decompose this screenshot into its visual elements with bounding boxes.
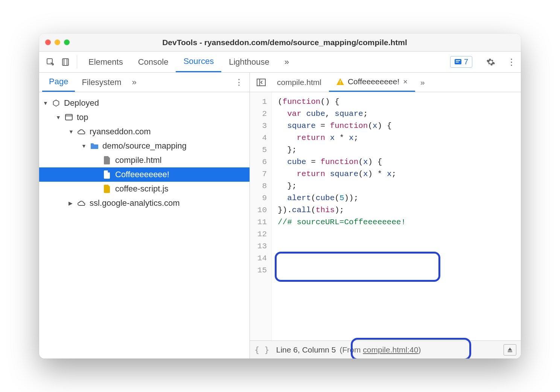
tree-domain[interactable]: ▶ ssl.google-analytics.com	[39, 196, 250, 210]
sidebar-tabs-overflow[interactable]: »	[132, 73, 137, 92]
svg-rect-4	[456, 60, 460, 61]
editor-pane: compile.html Coffeeeeeeee! × » 123456789…	[250, 73, 521, 359]
overflow-menu-icon[interactable]: ⋮	[506, 57, 517, 67]
tree-root[interactable]: ▼ Deployed	[39, 96, 250, 110]
svg-rect-1	[62, 59, 68, 65]
show-drawer-icon[interactable]	[504, 344, 516, 356]
editor-tabs-overflow[interactable]: »	[415, 73, 430, 92]
editor-tab[interactable]: compile.html	[269, 73, 329, 92]
tree-file[interactable]: compile.html	[39, 153, 250, 167]
statusbar: { } Line 6, Column 5 (From compile.html:…	[250, 340, 521, 359]
svg-rect-6	[65, 114, 72, 120]
code-editor[interactable]: 123456789101112131415 (function() { var …	[250, 92, 521, 340]
tab-lighthouse[interactable]: Lighthouse	[221, 52, 277, 72]
minimize-window-button[interactable]	[55, 40, 60, 45]
tree-label: ssl.google-analytics.com	[90, 198, 180, 208]
sidebar: Page Filesystem » ⋮ ▼ Deployed ▼	[39, 73, 250, 359]
close-tab-icon[interactable]: ×	[403, 77, 408, 86]
device-toggle-icon[interactable]	[58, 52, 73, 72]
sidebar-tab-page[interactable]: Page	[42, 73, 75, 92]
code-content[interactable]: (function() { var cube, square; square =…	[272, 92, 412, 340]
file-tree: ▼ Deployed ▼ top ▼	[39, 92, 250, 359]
js-file-icon	[102, 185, 113, 193]
tab-console[interactable]: Console	[131, 52, 176, 72]
tree-folder[interactable]: ▼ demo/source_mapping	[39, 139, 250, 153]
close-window-button[interactable]	[45, 40, 51, 45]
tree-label: coffee-script.js	[115, 184, 168, 194]
sidebar-menu-icon[interactable]: ⋮	[231, 73, 247, 92]
editor-tab-label: compile.html	[277, 78, 321, 87]
navigator-toggle-icon[interactable]	[253, 73, 269, 92]
cursor-position: Line 6, Column 5	[276, 345, 336, 354]
tree-label: Coffeeeeeeee!	[115, 170, 169, 179]
editor-tab-active[interactable]: Coffeeeeeeee! ×	[329, 73, 415, 92]
tree-domain[interactable]: ▼ ryanseddon.com	[39, 125, 250, 139]
tree-label: compile.html	[115, 155, 161, 165]
tree-label: Deployed	[64, 98, 99, 108]
tree-top[interactable]: ▼ top	[39, 110, 250, 125]
tab-sources[interactable]: Sources	[176, 52, 221, 72]
svg-rect-11	[340, 84, 341, 84]
main-toolbar: Elements Console Sources Lighthouse » 7 …	[39, 52, 521, 73]
svg-rect-2	[64, 59, 67, 65]
svg-rect-10	[340, 81, 341, 83]
maximize-window-button[interactable]	[64, 40, 70, 45]
file-icon	[102, 156, 113, 164]
editor-tab-label: Coffeeeeeeee!	[348, 77, 399, 86]
inspect-icon[interactable]	[43, 52, 58, 72]
cloud-icon	[76, 128, 87, 135]
tree-label: ryanseddon.com	[90, 127, 151, 137]
tree-label: top	[77, 112, 88, 122]
file-icon	[102, 170, 113, 179]
issues-badge[interactable]: 7	[450, 56, 472, 68]
settings-icon[interactable]	[486, 58, 503, 67]
tab-elements[interactable]: Elements	[81, 52, 131, 72]
line-gutter: 123456789101112131415	[250, 92, 272, 340]
window-controls	[45, 40, 70, 45]
pretty-print-icon[interactable]: { }	[254, 345, 269, 354]
svg-rect-12	[508, 351, 512, 352]
deployed-icon	[50, 99, 62, 107]
sidebar-tab-filesystem[interactable]: Filesystem	[75, 73, 128, 92]
svg-rect-5	[456, 62, 459, 62]
issues-count: 7	[464, 58, 468, 66]
tree-file-selected[interactable]: Coffeeeeeeee!	[39, 167, 250, 182]
tree-label: demo/source_mapping	[102, 141, 187, 151]
tabs-overflow[interactable]: »	[277, 52, 297, 72]
editor-tabs: compile.html Coffeeeeeeee! × »	[250, 73, 521, 92]
devtools-window: DevTools - ryanseddon.com/demo/source_ma…	[39, 33, 521, 359]
frame-icon	[63, 114, 75, 121]
sidebar-tabs: Page Filesystem » ⋮	[39, 73, 250, 92]
content-area: Page Filesystem » ⋮ ▼ Deployed ▼	[39, 73, 521, 359]
warning-icon	[336, 78, 344, 85]
cloud-icon	[76, 200, 87, 207]
tree-file[interactable]: coffee-script.js	[39, 182, 250, 196]
titlebar: DevTools - ryanseddon.com/demo/source_ma…	[39, 33, 521, 52]
source-origin[interactable]: (From compile.html:40)	[340, 345, 421, 354]
window-title: DevTools - ryanseddon.com/demo/source_ma…	[81, 38, 488, 47]
folder-icon	[89, 143, 100, 149]
